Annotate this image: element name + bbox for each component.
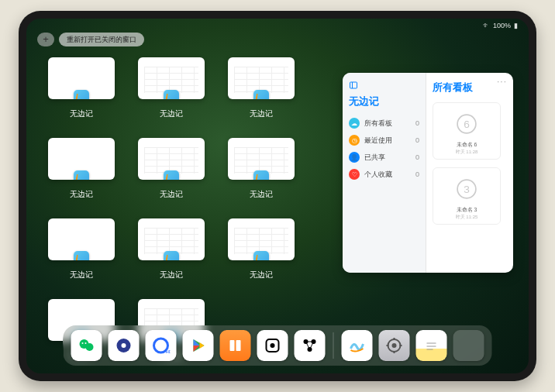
app-window-tile[interactable]: 无边记	[228, 138, 295, 200]
freeform-icon	[253, 90, 269, 99]
reopen-closed-window-button[interactable]: 重新打开已关闭的窗口	[59, 33, 144, 46]
window-thumbnail	[48, 57, 115, 99]
battery-icon: ▮	[514, 22, 518, 29]
window-thumbnail	[48, 218, 115, 260]
top-controls: + 重新打开已关闭的窗口	[37, 33, 144, 46]
window-thumbnail	[228, 138, 295, 180]
svg-rect-0	[350, 82, 357, 88]
quark-hd-icon[interactable]: HD	[146, 330, 177, 361]
ipad-frame: ᯤ 100% ▮ + 重新打开已关闭的窗口 无边记无边记无边记无边记无边记无边记…	[19, 11, 536, 381]
dock-separator	[333, 332, 334, 359]
more-icon[interactable]: ···	[497, 76, 507, 87]
freeform-icon	[253, 170, 269, 180]
window-thumbnail	[228, 57, 295, 99]
wifi-icon: ᯤ	[483, 22, 490, 29]
app-window-tile[interactable]: 无边记	[228, 57, 295, 119]
status-bar: ᯤ 100% ▮	[483, 22, 518, 29]
app-window-tile[interactable]: 无边记	[138, 138, 205, 200]
settings-icon[interactable]	[379, 330, 410, 361]
freeform-icon	[74, 251, 89, 260]
sidebar-item-label: 个人收藏	[364, 170, 392, 180]
window-thumbnail	[138, 218, 205, 260]
app-tile-label: 无边记	[160, 270, 183, 280]
screen: ᯤ 100% ▮ + 重新打开已关闭的窗口 无边记无边记无边记无边记无边记无边记…	[26, 19, 529, 373]
app-window-tile[interactable]: 无边记	[48, 218, 115, 280]
board-card[interactable]: 3 未命名 3昨天 11:25	[433, 167, 501, 225]
panel-content: ··· 所有看板 6 未命名 6昨天 11:28 3 未命名 3昨天 11:25	[426, 73, 513, 273]
app-expose-grid: 无边记无边记无边记无边记无边记无边记无边记无边记无边记无边记无边记	[48, 57, 335, 361]
window-thumbnail	[228, 218, 295, 260]
sidebar-item-icon: ◷	[349, 135, 360, 146]
svg-text:6: 6	[464, 119, 470, 130]
board-name: 未命名 3昨天 11:25	[436, 206, 497, 221]
play-store-icon[interactable]	[183, 330, 214, 361]
sidebar-item-count: 0	[415, 170, 419, 178]
svg-point-9	[85, 342, 87, 344]
svg-point-29	[392, 343, 397, 348]
app-tile-label: 无边记	[70, 189, 93, 200]
svg-point-21	[271, 343, 275, 348]
sidebar-item-count: 0	[415, 136, 419, 144]
board-time: 昨天 11:28	[436, 149, 497, 156]
sidebar-item[interactable]: ♡个人收藏0	[349, 166, 419, 183]
window-thumbnail	[138, 57, 205, 99]
svg-text:HD: HD	[166, 349, 171, 354]
app-library-icon[interactable]	[453, 330, 484, 361]
svg-point-7	[86, 343, 94, 351]
freeform-panel: 无边记 ☁所有看板0◷最近使用0👤已共享0♡个人收藏0 ··· 所有看板 6 未…	[343, 73, 513, 273]
sidebar-item[interactable]: 👤已共享0	[349, 149, 419, 166]
board-card[interactable]: 6 未命名 6昨天 11:28	[433, 102, 501, 160]
sidebar-item-icon: 👤	[349, 152, 360, 163]
app-window-tile[interactable]: 无边记	[138, 57, 205, 119]
graph-app-icon[interactable]	[295, 330, 326, 361]
sidebar-item-count: 0	[415, 119, 419, 127]
sidebar-item[interactable]: ◷最近使用0	[349, 132, 419, 149]
app-tile-label: 无边记	[70, 108, 93, 119]
sidebar-item-icon: ♡	[349, 169, 360, 180]
app-window-tile[interactable]: 无边记	[48, 57, 115, 119]
sidebar-item[interactable]: ☁所有看板0	[349, 115, 419, 132]
window-thumbnail	[48, 138, 115, 180]
freeform-icon	[164, 251, 179, 260]
window-thumbnail	[138, 138, 205, 180]
notes-icon[interactable]	[416, 330, 447, 361]
svg-text:3: 3	[464, 184, 470, 195]
app-tile-label: 无边记	[250, 189, 273, 200]
app-tile-label: 无边记	[160, 108, 183, 119]
freeform-icon	[253, 251, 269, 260]
dock: HD	[64, 325, 492, 366]
sidebar-item-label: 所有看板	[364, 119, 392, 129]
freeform-icon	[74, 90, 89, 99]
app-tile-label: 无边记	[70, 270, 93, 280]
svg-rect-19	[236, 340, 241, 351]
sidebar-item-count: 0	[415, 153, 419, 161]
sidebar-item-label: 最近使用	[364, 136, 392, 146]
app-window-tile[interactable]: 无边记	[48, 138, 115, 200]
app-tile-label: 无边记	[250, 270, 273, 280]
quark-icon[interactable]	[109, 330, 140, 361]
battery-label: 100%	[493, 22, 511, 29]
board-preview: 6	[436, 106, 497, 141]
new-window-button[interactable]: +	[37, 33, 54, 46]
freeform-icon	[164, 90, 179, 99]
svg-point-8	[82, 342, 84, 344]
app-tile-label: 无边记	[160, 189, 183, 200]
panel-right-title: 所有看板	[433, 81, 507, 95]
books-icon[interactable]	[220, 330, 251, 361]
sidebar-item-label: 已共享	[364, 153, 385, 163]
sidebar-icon	[349, 81, 358, 90]
panel-sidebar: 无边记 ☁所有看板0◷最近使用0👤已共享0♡个人收藏0	[343, 73, 426, 273]
board-name: 未命名 6昨天 11:28	[436, 141, 497, 156]
dot-app-icon[interactable]	[257, 330, 288, 361]
svg-rect-18	[230, 340, 235, 351]
app-window-tile[interactable]: 无边记	[138, 218, 205, 280]
svg-point-11	[122, 343, 126, 348]
freeform-icon	[164, 170, 179, 180]
freeform-icon[interactable]	[342, 330, 373, 361]
wechat-icon[interactable]	[71, 330, 102, 361]
app-window-tile[interactable]: 无边记	[228, 218, 295, 280]
freeform-icon	[74, 170, 89, 180]
sidebar-item-icon: ☁	[349, 118, 360, 129]
app-tile-label: 无边记	[250, 108, 273, 119]
board-time: 昨天 11:25	[436, 214, 497, 221]
